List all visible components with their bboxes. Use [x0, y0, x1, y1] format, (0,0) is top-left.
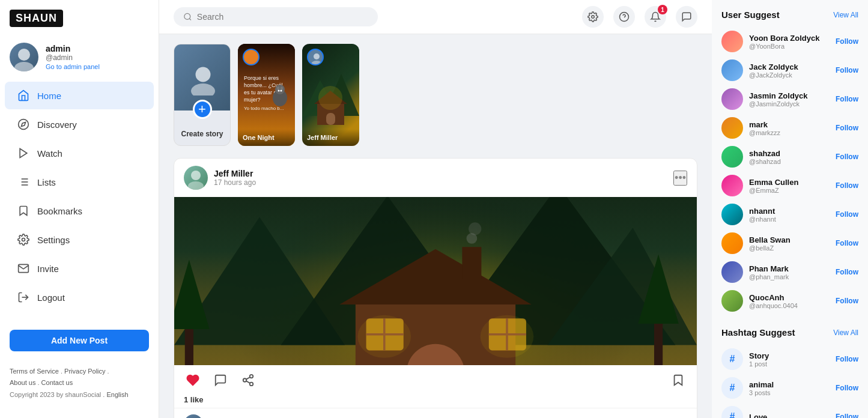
suggest-handle-emma: @EmmaZ [749, 187, 830, 194]
svg-point-30 [278, 90, 280, 92]
help-button[interactable] [613, 6, 635, 28]
create-story-label: Create story [181, 130, 223, 138]
home-icon [17, 89, 30, 102]
suggest-user-emma: Emma Cullen @EmmaZ Follow [721, 171, 858, 200]
suggest-name-shahzad: shahzad [749, 149, 830, 158]
suggest-name-phan: Phan Mark [749, 264, 830, 273]
share-button[interactable] [239, 371, 257, 389]
create-story-card[interactable]: + Create story [174, 44, 231, 146]
play-icon [17, 147, 30, 160]
follow-hashtag-love[interactable]: Follow [836, 413, 858, 418]
svg-point-13 [184, 13, 190, 19]
sidebar-item-label-bookmarks: Bookmarks [37, 206, 82, 216]
post-likes: 1 like [174, 395, 697, 408]
suggest-name-jack: Jack Zoldyck [749, 62, 830, 71]
follow-button-nhannt[interactable]: Follow [836, 210, 858, 219]
settings-icon [587, 11, 598, 22]
terms-link[interactable]: Terms of Service [10, 368, 59, 375]
follow-button-phan[interactable]: Follow [836, 268, 858, 276]
messages-button[interactable] [676, 6, 697, 28]
list-icon [17, 175, 30, 189]
suggest-info-jack: Jack Zoldyck @JackZoldyck [749, 62, 830, 79]
logo-area: SHAUN [0, 10, 159, 37]
suggest-name-yoon: Yoon Bora Zoldyck [749, 34, 830, 43]
suggest-handle-shahzad: @shahzad [749, 158, 830, 165]
post-more-button[interactable]: ••• [673, 171, 687, 186]
sidebar-item-settings[interactable]: Settings [5, 226, 154, 253]
privacy-link[interactable]: Privacy Policy [64, 368, 105, 375]
hashtag-suggest-view-all[interactable]: View All [833, 329, 858, 337]
comment-button[interactable] [211, 371, 229, 389]
svg-point-78 [250, 375, 253, 378]
follow-button-yoon[interactable]: Follow [836, 37, 858, 46]
search-input[interactable] [197, 12, 368, 22]
story-one-night[interactable]: Porque si eres hombre... ¿Cuál es tu ava… [238, 44, 295, 146]
svg-line-81 [246, 381, 250, 383]
nav-menu: Home Discovery Watch Lists Bookmarks [0, 81, 159, 323]
svg-rect-37 [326, 113, 335, 125]
user-handle: @admin [46, 53, 100, 62]
notifications-button[interactable]: 1 [645, 6, 666, 28]
svg-line-82 [246, 377, 250, 380]
follow-hashtag-animal[interactable]: Follow [836, 384, 858, 392]
svg-point-31 [281, 90, 282, 92]
follow-button-mark[interactable]: Follow [836, 124, 858, 132]
language-link[interactable]: English [106, 391, 128, 398]
suggest-info-mark: mark @markzzz [749, 120, 830, 136]
hashtag-info-animal: animal 3 posts [749, 380, 830, 396]
sidebar-item-home[interactable]: Home [5, 82, 154, 109]
header: 1 [159, 0, 712, 34]
suggest-user-shahzad: shahzad @shahzad Follow [721, 142, 858, 171]
add-post-button[interactable]: Add New Post [10, 330, 149, 351]
search-bar[interactable] [174, 7, 378, 26]
sidebar-item-logout[interactable]: Logout [5, 283, 154, 311]
suggest-handle-jack: @JackZoldyck [749, 71, 830, 79]
suggest-avatar-shahzad [721, 146, 743, 168]
svg-point-2 [19, 120, 29, 130]
feed-area: + Create story [159, 34, 712, 418]
sidebar-item-lists[interactable]: Lists [5, 168, 154, 196]
suggest-avatar-mark [721, 117, 743, 139]
follow-button-bella[interactable]: Follow [836, 239, 858, 247]
sidebar-item-label-home: Home [37, 91, 61, 101]
sidebar-item-discovery[interactable]: Discovery [5, 111, 154, 138]
contact-link[interactable]: Contact us [41, 379, 73, 386]
follow-button-emma[interactable]: Follow [836, 181, 858, 190]
svg-rect-49 [185, 324, 193, 365]
sidebar-item-watch[interactable]: Watch [5, 139, 154, 167]
follow-button-jack[interactable]: Follow [836, 66, 858, 74]
suggest-info-quoc: QuocAnh @anhquoc.0404 [749, 293, 830, 309]
bookmark-button[interactable] [669, 371, 687, 389]
sidebar-item-bookmarks[interactable]: Bookmarks [5, 197, 154, 225]
post-image [174, 197, 697, 365]
follow-button-quoc[interactable]: Follow [836, 297, 858, 305]
svg-text:Yo todo macho b...: Yo todo macho b... [244, 106, 284, 111]
story-jeff-miller[interactable]: Jeff Miller [302, 44, 359, 146]
like-button[interactable] [184, 371, 202, 389]
message-icon [681, 11, 692, 22]
suggest-handle-nhannt: @nhannt [749, 216, 830, 223]
hashtag-icon-love: # [721, 406, 743, 418]
about-link[interactable]: About us [10, 379, 35, 386]
story-one-night-label: One Night [238, 129, 295, 146]
follow-button-shahzad[interactable]: Follow [836, 153, 858, 161]
hashtag-suggest-section: Hashtag Suggest View All # Story 1 post … [721, 327, 858, 418]
admin-panel-link[interactable]: Go to admin panel [46, 63, 100, 70]
main-content: 1 + Create story [159, 0, 712, 418]
user-suggest-header: User Suggest View All [721, 10, 858, 20]
settings-button[interactable] [582, 6, 604, 28]
suggest-user-phan: Phan Mark @phan_mark Follow [721, 258, 858, 286]
post-user-info: Jeff Miller 17 hours ago [214, 169, 667, 187]
user-suggest-view-all[interactable]: View All [833, 11, 858, 19]
user-suggest-section: User Suggest View All Yoon Bora Zoldyck … [721, 10, 858, 315]
suggest-info-phan: Phan Mark @phan_mark [749, 264, 830, 280]
suggest-info-emma: Emma Cullen @EmmaZ [749, 178, 830, 194]
follow-hashtag-story[interactable]: Follow [836, 355, 858, 363]
suggest-handle-yoon: @YoonBora [749, 43, 830, 50]
suggest-avatar-phan [721, 261, 743, 283]
suggest-user-yoon: Yoon Bora Zoldyck @YoonBora Follow [721, 27, 858, 56]
follow-button-jasmin[interactable]: Follow [836, 95, 858, 103]
svg-point-19 [191, 83, 215, 95]
post-author-avatar [184, 166, 208, 190]
sidebar-item-invite[interactable]: Invite [5, 255, 154, 282]
